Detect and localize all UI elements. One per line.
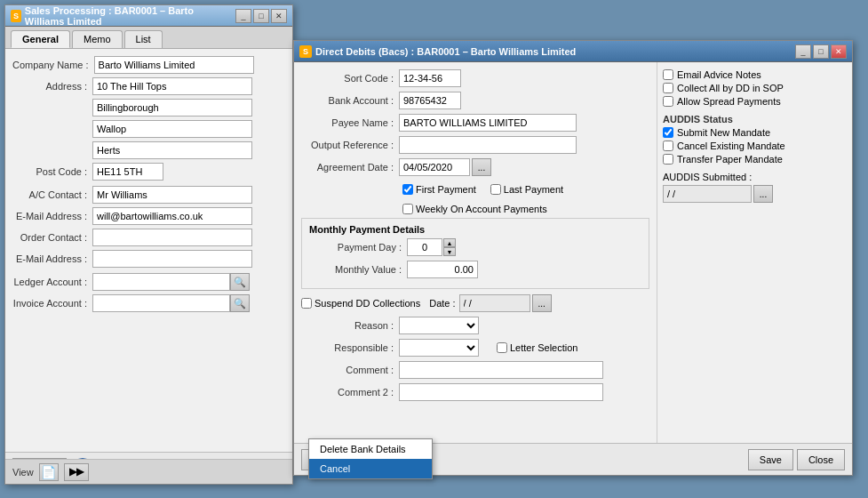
view-bar: View 📄 ▶▶	[5, 459, 292, 484]
collect-all-check[interactable]	[663, 83, 673, 93]
dialog-maximize-btn[interactable]: □	[813, 44, 829, 59]
company-name-label: Company Name :	[12, 60, 94, 70]
email-input2[interactable]	[92, 250, 252, 268]
dialog-content: Sort Code : Bank Account : Payee Name : …	[294, 62, 852, 443]
main-close-btn[interactable]: ✕	[271, 9, 287, 23]
letter-selection-label[interactable]: Letter Selection	[497, 342, 577, 353]
view-page-btn[interactable]: 📄	[39, 463, 59, 481]
output-ref-input[interactable]	[399, 136, 577, 154]
payment-checkboxes: First Payment Last Payment	[402, 181, 649, 198]
agreement-date-browse-btn[interactable]: ...	[472, 158, 491, 176]
suspend-date-browse-btn[interactable]: ...	[532, 294, 552, 312]
address-label: Address :	[12, 81, 92, 92]
address-row1: Address :	[12, 77, 285, 95]
dialog-title-bar: S Direct Debits (Bacs) : BAR0001 – Barto…	[294, 41, 852, 62]
dialog-close-btn[interactable]: Close	[797, 449, 845, 470]
cancel-existing-row: Cancel Existing Mandate	[663, 141, 847, 151]
output-ref-row: Output Reference :	[301, 136, 649, 154]
bank-account-input[interactable]	[399, 92, 461, 109]
email-label: E-Mail Address :	[12, 211, 92, 221]
reason-label: Reason :	[301, 320, 399, 331]
auddis-submitted-browse-btn[interactable]: ...	[753, 185, 773, 203]
submit-new-label: Submit New Mandate	[677, 127, 770, 138]
payment-day-up-btn[interactable]: ▲	[443, 238, 456, 247]
view-double-btn[interactable]: ▶▶	[64, 463, 89, 481]
letter-selection-check[interactable]	[497, 342, 507, 353]
invoice-label: Invoice Account :	[12, 298, 92, 309]
tab-general[interactable]: General	[11, 30, 70, 48]
reason-select[interactable]	[399, 317, 479, 334]
dialog-window: S Direct Debits (Bacs) : BAR0001 – Barto…	[293, 40, 853, 476]
first-payment-label[interactable]: First Payment	[402, 184, 476, 195]
address2-input[interactable]	[92, 99, 252, 116]
first-payment-check[interactable]	[402, 184, 413, 195]
agreement-date-input[interactable]	[399, 158, 470, 176]
payment-day-input[interactable]	[407, 238, 442, 256]
auddis-submitted-section: AUDDIS Submitted : ...	[663, 172, 847, 203]
agreement-date-label: Agreement Date :	[301, 162, 399, 173]
auddis-submitted-date-row: ...	[663, 185, 847, 203]
transfer-paper-check[interactable]	[663, 154, 673, 165]
responsible-select[interactable]	[399, 339, 479, 357]
tab-memo[interactable]: Memo	[72, 30, 123, 48]
tab-list[interactable]: List	[124, 30, 163, 48]
comment-row: Comment :	[301, 361, 649, 379]
comment2-input[interactable]	[399, 383, 603, 401]
comment-input[interactable]	[399, 361, 603, 379]
ledger-row: Ledger Account : 🔍	[12, 273, 285, 291]
post-code-label: Post Code :	[12, 166, 92, 177]
main-title-label: Sales Processing : BAR0001 – Barto Willi…	[25, 5, 235, 27]
monthly-value-input[interactable]	[407, 261, 478, 278]
payment-day-down-btn[interactable]: ▼	[443, 247, 456, 256]
dialog-title-buttons: _ □ ✕	[795, 44, 847, 59]
address4-input[interactable]	[92, 141, 252, 159]
last-payment-label[interactable]: Last Payment	[490, 184, 563, 195]
menu-item-delete-bank[interactable]: Delete Bank Details	[309, 439, 432, 459]
email-label2: E-Mail Address :	[12, 253, 92, 264]
allow-spread-row: Allow Spread Payments	[663, 96, 847, 107]
main-maximize-btn[interactable]: □	[253, 9, 269, 23]
suspend-date-input[interactable]	[459, 294, 530, 312]
cancel-existing-check[interactable]	[663, 141, 673, 151]
address1-input[interactable]	[92, 77, 252, 95]
sort-code-input[interactable]	[399, 69, 461, 87]
dialog-right-panel: Email Advice Notes Collect All by DD in …	[657, 62, 852, 443]
auddis-submitted-date-input[interactable]	[663, 185, 752, 203]
menu-item-cancel[interactable]: Cancel	[309, 459, 432, 478]
address3-input[interactable]	[92, 120, 252, 138]
payee-name-input[interactable]	[399, 114, 577, 132]
submit-new-check[interactable]	[663, 127, 673, 138]
suspend-check[interactable]	[301, 298, 312, 309]
email-input[interactable]	[92, 207, 252, 225]
email-advice-check[interactable]	[663, 69, 673, 80]
invoice-input[interactable]	[92, 294, 230, 312]
invoice-search-btn[interactable]: 🔍	[230, 294, 250, 312]
email-advice-label: Email Advice Notes	[677, 69, 761, 80]
ledger-search-btn[interactable]: 🔍	[230, 273, 250, 291]
submit-new-row: Submit New Mandate	[663, 127, 847, 138]
dialog-save-btn[interactable]: Save	[748, 449, 793, 470]
ac-contact-input[interactable]	[92, 186, 252, 204]
email-row1: E-Mail Address :	[12, 207, 285, 225]
address-row3	[12, 120, 285, 138]
address-row4	[12, 141, 285, 159]
transfer-paper-row: Transfer Paper Mandate	[663, 154, 847, 165]
ledger-label: Ledger Account :	[12, 277, 92, 287]
last-payment-check[interactable]	[490, 184, 501, 195]
payment-day-row: Payment Day : ▲ ▼	[309, 238, 641, 256]
ledger-input[interactable]	[92, 273, 230, 291]
output-ref-label: Output Reference :	[301, 140, 399, 150]
weekly-check-row: Weekly On Account Payments	[402, 204, 649, 214]
weekly-label[interactable]: Weekly On Account Payments	[402, 204, 649, 214]
allow-spread-check[interactable]	[663, 96, 673, 107]
post-code-input[interactable]	[92, 163, 163, 181]
weekly-check[interactable]	[402, 204, 413, 214]
order-contact-input[interactable]	[92, 229, 252, 246]
company-name-input[interactable]	[94, 56, 254, 74]
suspend-label[interactable]: Suspend DD Collections	[301, 298, 420, 309]
dialog-close-btn[interactable]: ✕	[831, 44, 847, 59]
dialog-minimize-btn[interactable]: _	[795, 44, 811, 59]
email-advice-row: Email Advice Notes	[663, 69, 847, 80]
address-row2	[12, 99, 285, 116]
main-minimize-btn[interactable]: _	[235, 9, 251, 23]
